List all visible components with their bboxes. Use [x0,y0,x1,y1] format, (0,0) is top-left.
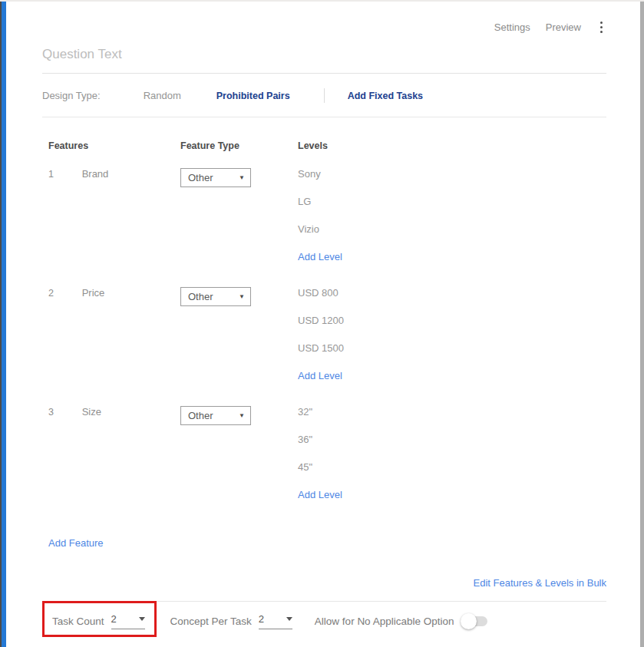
level-item[interactable]: USD 1500 [298,342,606,370]
level-item[interactable]: 36" [298,434,606,461]
preview-link[interactable]: Preview [546,21,581,33]
feature-type-value: Other [188,291,213,302]
dropdown-caret-icon: ▼ [239,412,245,419]
no-applicable-option-toggle[interactable] [463,616,487,626]
question-text-input[interactable] [42,39,606,74]
feature-row-size: 3 Size Other ▼ 32" 36" 45" Add Level [42,406,606,500]
feature-row-brand: 1 Brand Other ▼ Sony LG Vizio Add Level [42,168,606,262]
add-fixed-tasks-link[interactable]: Add Fixed Tasks [348,91,423,101]
table-header-row: Features Feature Type Levels [42,140,606,151]
task-count-value: 2 [111,613,117,625]
features-table: Features Feature Type Levels 1 Brand Oth… [42,140,606,500]
task-count-label: Task Count [52,616,104,627]
dropdown-caret-icon [286,617,292,621]
level-item[interactable]: USD 800 [298,287,606,315]
level-item[interactable]: Sony [298,168,606,196]
task-settings-row: Task Count 2 Concept Per Task 2 Allow fo… [42,601,606,644]
dropdown-caret-icon: ▼ [239,174,245,181]
feature-type-select[interactable]: Other ▼ [180,168,251,187]
level-item[interactable]: 32" [298,406,606,434]
design-type-row: Design Type: Random Prohibited Pairs Add… [42,74,606,117]
dropdown-caret-icon [139,617,145,621]
top-toolbar: Settings Preview [42,2,606,35]
feature-name[interactable]: Brand [82,168,109,180]
concept-per-task-group: Concept Per Task 2 [170,613,292,629]
window-right-edge [640,2,644,647]
add-level-link[interactable]: Add Level [298,489,342,500]
design-type-value[interactable]: Random [144,90,181,101]
bulk-edit-row: Edit Features & Levels in Bulk [42,576,606,601]
design-type-label: Design Type: [42,90,101,101]
add-level-link[interactable]: Add Level [298,370,342,381]
dropdown-caret-icon: ▼ [239,293,245,300]
feature-number: 2 [48,288,79,299]
toggle-knob [461,613,477,629]
feature-name[interactable]: Price [82,287,105,299]
feature-type-select[interactable]: Other ▼ [180,287,251,306]
features-column-header: Features [48,140,180,151]
level-item[interactable]: 45" [298,461,606,489]
concept-per-task-label: Concept Per Task [170,616,252,627]
level-item[interactable]: USD 1200 [298,315,606,342]
bulk-edit-link[interactable]: Edit Features & Levels in Bulk [474,577,606,589]
feature-type-value: Other [188,410,213,421]
level-item[interactable]: Vizio [298,223,606,251]
task-count-dropdown[interactable]: 2 [111,613,145,629]
feature-name[interactable]: Size [82,406,101,418]
editor-content: Settings Preview Design Type: Random Pro… [42,2,606,647]
no-applicable-option-group: Allow for No Applicable Option [315,616,488,627]
add-feature-link[interactable]: Add Feature [48,537,104,549]
kebab-menu-icon[interactable] [596,20,606,35]
feature-type-column-header: Feature Type [180,140,298,151]
left-accent-bar [0,2,6,647]
concept-per-task-dropdown[interactable]: 2 [259,613,292,629]
concept-per-task-value: 2 [259,613,264,625]
conjoint-question-editor: Settings Preview Design Type: Random Pro… [0,0,644,647]
feature-number: 1 [48,169,79,180]
settings-link[interactable]: Settings [494,21,530,33]
levels-column-header: Levels [298,140,606,151]
feature-row-price: 2 Price Other ▼ USD 800 USD 1200 USD 150… [42,287,606,381]
no-applicable-option-label: Allow for No Applicable Option [315,616,454,627]
task-count-group: Task Count 2 [42,613,157,629]
feature-type-value: Other [188,172,213,183]
feature-number: 3 [48,407,79,418]
vertical-divider [324,88,325,103]
prohibited-pairs-link[interactable]: Prohibited Pairs [216,91,290,101]
add-level-link[interactable]: Add Level [298,251,342,262]
feature-type-select[interactable]: Other ▼ [180,406,251,425]
level-item[interactable]: LG [298,196,606,223]
